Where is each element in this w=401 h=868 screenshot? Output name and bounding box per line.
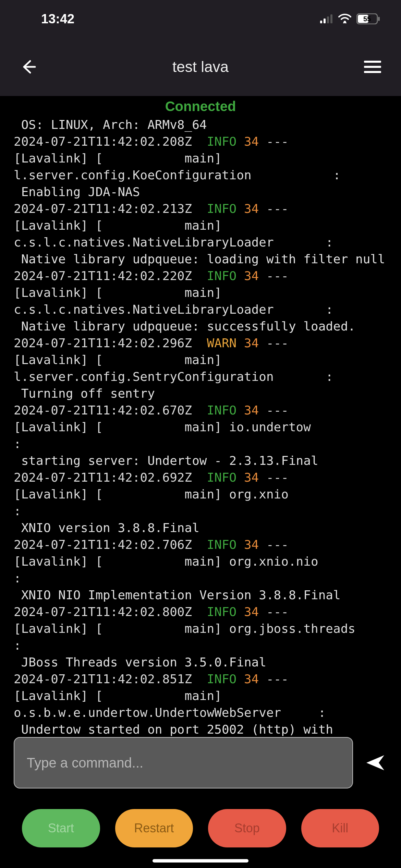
svg-rect-3 — [330, 14, 332, 23]
back-button[interactable] — [16, 55, 40, 79]
arrow-left-icon — [20, 58, 37, 75]
stop-button[interactable]: Stop — [208, 809, 286, 847]
svg-rect-9 — [364, 66, 381, 68]
app-bar: test lava — [0, 38, 401, 96]
battery-icon: 55 — [356, 13, 380, 24]
svg-point-4 — [344, 21, 346, 23]
console-area: Connected OS: LINUX, Arch: ARMv8_64 2024… — [0, 96, 401, 768]
svg-rect-2 — [327, 16, 329, 23]
page-title: test lava — [40, 58, 361, 75]
console-log[interactable]: OS: LINUX, Arch: ARMv8_64 2024-07-21T11:… — [0, 116, 401, 768]
action-buttons: Start Restart Stop Kill — [0, 809, 401, 847]
restart-button[interactable]: Restart — [115, 809, 193, 847]
send-button[interactable] — [363, 751, 387, 775]
svg-rect-1 — [324, 19, 326, 23]
command-input[interactable] — [14, 737, 353, 788]
home-indicator[interactable] — [153, 859, 248, 863]
connection-status: Connected — [0, 96, 401, 116]
kill-button[interactable]: Kill — [301, 809, 379, 847]
start-button[interactable]: Start — [22, 809, 100, 847]
status-time: 13:42 — [41, 12, 74, 26]
hamburger-icon — [364, 60, 381, 74]
svg-rect-10 — [364, 71, 381, 73]
command-row — [0, 737, 401, 788]
status-bar: 13:42 55 — [0, 0, 401, 38]
battery-text: 55 — [363, 15, 371, 23]
menu-button[interactable] — [361, 55, 385, 79]
svg-rect-7 — [378, 17, 380, 21]
svg-rect-8 — [364, 61, 381, 63]
cellular-icon — [320, 12, 333, 26]
send-icon — [365, 752, 386, 773]
status-icons: 55 — [320, 12, 380, 26]
svg-rect-0 — [320, 21, 322, 23]
wifi-icon — [338, 12, 352, 26]
